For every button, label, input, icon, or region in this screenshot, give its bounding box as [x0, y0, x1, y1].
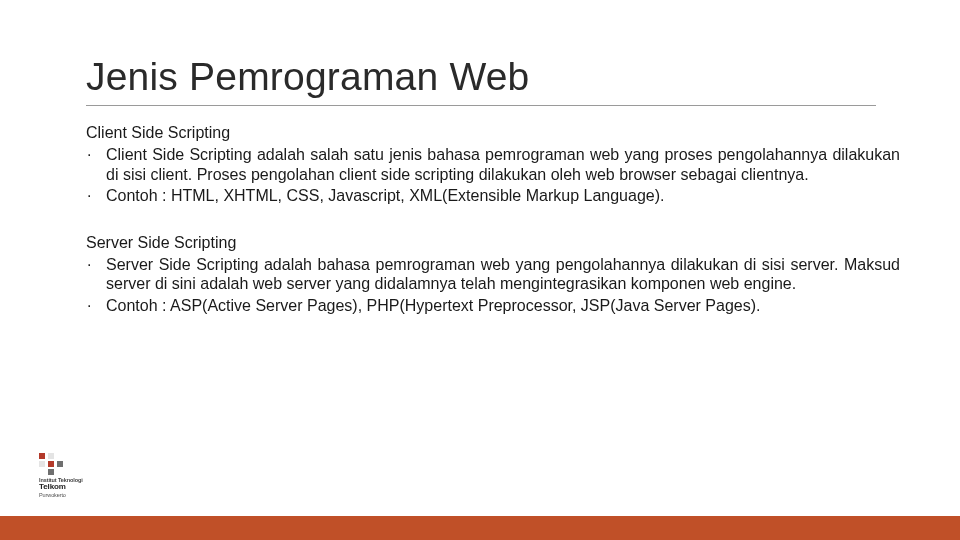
bullet-list: Server Side Scripting adalah bahasa pemr… — [86, 255, 900, 316]
telkom-logo-icon — [39, 453, 63, 475]
svg-rect-4 — [57, 461, 63, 467]
section-heading: Server Side Scripting — [86, 234, 900, 252]
list-item: Contoh : HTML, XHTML, CSS, Javascript, X… — [100, 186, 900, 206]
svg-rect-1 — [48, 453, 54, 459]
list-item: Client Side Scripting adalah salah satu … — [100, 145, 900, 184]
footer-bar — [0, 516, 960, 540]
svg-rect-0 — [39, 453, 45, 459]
list-item: Contoh : ASP(Active Server Pages), PHP(H… — [100, 296, 900, 316]
logo-text: Institut Teknologi Telkom Purwokerto — [39, 477, 91, 498]
bullet-list: Client Side Scripting adalah salah satu … — [86, 145, 900, 206]
slide: Jenis Pemrograman Web Client Side Script… — [0, 0, 960, 540]
section-client-side: Client Side Scripting Client Side Script… — [86, 124, 900, 206]
page-title: Jenis Pemrograman Web — [86, 55, 900, 99]
logo-text-line3: Purwokerto — [39, 492, 91, 498]
institution-logo: Institut Teknologi Telkom Purwokerto — [39, 453, 91, 498]
svg-rect-5 — [48, 469, 54, 475]
list-item: Server Side Scripting adalah bahasa pemr… — [100, 255, 900, 294]
svg-rect-3 — [48, 461, 54, 467]
section-heading: Client Side Scripting — [86, 124, 900, 142]
title-underline — [86, 105, 876, 106]
logo-text-line2: Telkom — [39, 483, 91, 492]
svg-rect-2 — [39, 461, 45, 467]
section-server-side: Server Side Scripting Server Side Script… — [86, 234, 900, 316]
